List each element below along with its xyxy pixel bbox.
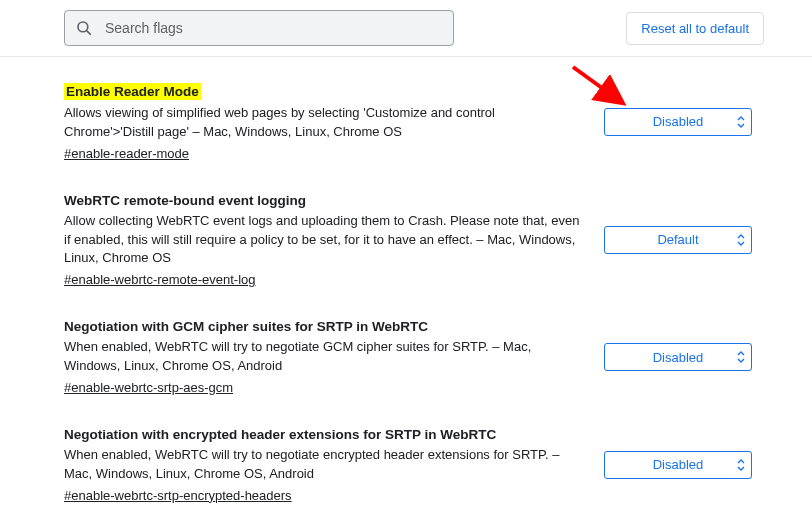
flag-row: Negotiation with GCM cipher suites for S… (64, 303, 764, 411)
flag-description: When enabled, WebRTC will try to negotia… (64, 446, 580, 484)
flags-list: Enable Reader Mode Allows viewing of sim… (0, 57, 812, 520)
search-box[interactable] (64, 10, 454, 46)
flag-select[interactable]: Disabled (604, 343, 752, 371)
flag-hash-link[interactable]: #enable-webrtc-srtp-aes-gcm (64, 380, 233, 395)
search-icon (75, 19, 93, 37)
flag-select[interactable]: Disabled (604, 108, 752, 136)
svg-line-1 (87, 31, 91, 35)
flag-select[interactable]: Default (604, 226, 752, 254)
flag-select-value: Default (657, 232, 698, 247)
chevron-updown-icon (737, 350, 745, 364)
flag-title: Negotiation with encrypted header extens… (64, 427, 496, 442)
flag-row: Enable Reader Mode Allows viewing of sim… (64, 67, 764, 177)
flag-hash-link[interactable]: #enable-webrtc-srtp-encrypted-headers (64, 488, 292, 503)
flag-title: Enable Reader Mode (64, 83, 201, 100)
flag-select-value: Disabled (653, 350, 704, 365)
flag-description: Allows viewing of simplified web pages b… (64, 104, 580, 142)
flag-title: Negotiation with GCM cipher suites for S… (64, 319, 428, 334)
flag-text: WebRTC remote-bound event logging Allow … (64, 193, 604, 288)
flag-title: WebRTC remote-bound event logging (64, 193, 306, 208)
flag-select-value: Disabled (653, 114, 704, 129)
flag-text: Enable Reader Mode Allows viewing of sim… (64, 83, 604, 161)
chevron-updown-icon (737, 115, 745, 129)
reset-all-button[interactable]: Reset all to default (626, 12, 764, 45)
svg-point-0 (78, 22, 88, 32)
flag-select-value: Disabled (653, 457, 704, 472)
flag-text: Negotiation with encrypted header extens… (64, 427, 604, 503)
flag-description: When enabled, WebRTC will try to negotia… (64, 338, 580, 376)
chevron-updown-icon (737, 458, 745, 472)
search-input[interactable] (103, 19, 443, 37)
flag-select[interactable]: Disabled (604, 451, 752, 479)
chevron-updown-icon (737, 233, 745, 247)
flag-hash-link[interactable]: #enable-reader-mode (64, 146, 189, 161)
flag-hash-link[interactable]: #enable-webrtc-remote-event-log (64, 272, 255, 287)
flag-text: Negotiation with GCM cipher suites for S… (64, 319, 604, 395)
flag-description: Allow collecting WebRTC event logs and u… (64, 212, 580, 269)
flag-row: Negotiation with encrypted header extens… (64, 411, 764, 519)
flag-row: WebRTC remote-bound event logging Allow … (64, 177, 764, 304)
header: Reset all to default (0, 0, 812, 57)
